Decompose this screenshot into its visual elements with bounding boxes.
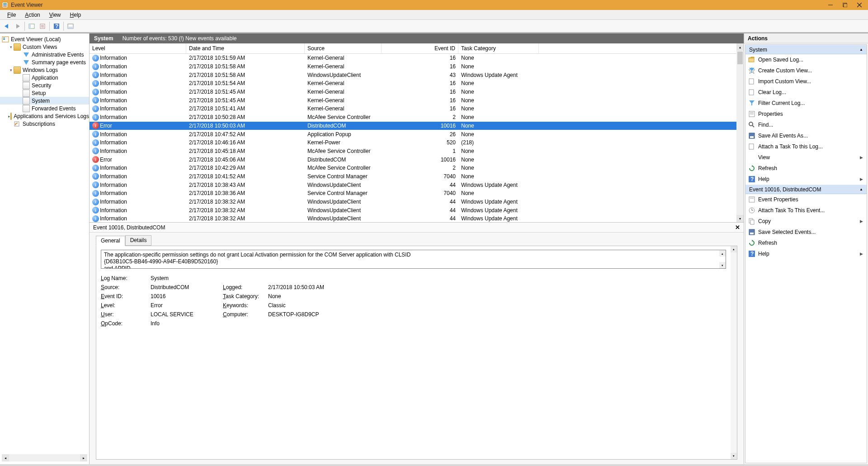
col-eventid[interactable]: Event ID xyxy=(382,43,458,53)
event-row[interactable]: iInformation2/17/2018 10:51:41 AMKernel-… xyxy=(90,105,736,113)
tree-admin-events[interactable]: Administrative Events xyxy=(0,51,89,58)
collapse-icon[interactable]: ▲ xyxy=(859,187,863,191)
cell-eventid: 16 xyxy=(382,80,458,86)
scroll-down-icon[interactable]: ▾ xyxy=(736,215,744,222)
minimize-button[interactable] xyxy=(827,2,834,8)
tree-customviews[interactable]: ▾ Custom Views xyxy=(0,43,89,51)
menu-action[interactable]: Action xyxy=(20,12,44,18)
action-create-custom-view[interactable]: Create Custom View... xyxy=(745,65,867,76)
scroll-thumb[interactable] xyxy=(737,52,743,64)
menu-help[interactable]: Help xyxy=(66,12,86,18)
scroll-up-icon[interactable]: ▴ xyxy=(719,250,726,257)
action-refresh[interactable]: Refresh xyxy=(745,238,867,248)
action-save-selected-events[interactable]: Save Selected Events... xyxy=(745,227,867,238)
event-row[interactable]: iInformation2/17/2018 10:51:58 AMKernel-… xyxy=(90,62,736,71)
col-source[interactable]: Source xyxy=(305,43,382,53)
action-open-saved-log[interactable]: Open Saved Log... xyxy=(745,54,867,65)
scroll-right-icon[interactable]: ▸ xyxy=(80,454,87,461)
action-import-custom-view[interactable]: Import Custom View... xyxy=(745,76,867,87)
events-vscrollbar[interactable]: ▴ ▾ xyxy=(736,43,744,222)
event-row[interactable]: iInformation2/17/2018 10:51:45 AMKernel-… xyxy=(90,88,736,96)
action-attach-task-to-this-event[interactable]: Attach Task To This Event... xyxy=(745,205,867,216)
scroll-up-icon[interactable]: ▴ xyxy=(731,246,737,252)
event-row[interactable]: iInformation2/17/2018 10:38:32 AMWindows… xyxy=(90,198,736,206)
event-row[interactable]: iInformation2/17/2018 10:38:32 AMWindows… xyxy=(90,206,736,214)
menu-file[interactable]: File xyxy=(3,12,20,18)
events-grid[interactable]: Level Date and Time Source Event ID Task… xyxy=(90,43,736,222)
event-row[interactable]: iInformation2/17/2018 10:45:18 AMMcAfee … xyxy=(90,147,736,156)
help-button[interactable]: ? xyxy=(52,21,61,31)
event-row[interactable]: iInformation2/17/2018 10:42:29 AMMcAfee … xyxy=(90,164,736,172)
event-row[interactable]: iInformation2/17/2018 10:38:32 AMWindows… xyxy=(90,214,736,222)
detail-close-button[interactable]: ✕ xyxy=(735,224,740,231)
nav-back-button[interactable] xyxy=(2,21,12,31)
action-event-properties[interactable]: Event Properties xyxy=(745,194,867,205)
maximize-button[interactable] xyxy=(842,2,848,8)
tree-summary-events[interactable]: Summary page events xyxy=(0,58,89,66)
event-row[interactable]: iInformation2/17/2018 10:50:28 AMMcAfee … xyxy=(90,113,736,122)
col-task[interactable]: Task Category xyxy=(458,43,539,53)
collapse-icon[interactable]: ▲ xyxy=(859,48,863,52)
message-scroll[interactable]: ▴▾ xyxy=(719,250,726,268)
event-row[interactable]: iInformation2/17/2018 10:51:45 AMKernel-… xyxy=(90,96,736,105)
tree-setup[interactable]: Setup xyxy=(0,89,89,97)
tree-subscriptions[interactable]: Subscriptions xyxy=(0,120,89,128)
tab-general[interactable]: General xyxy=(96,236,125,246)
tree-forwarded[interactable]: Forwarded Events xyxy=(0,105,89,112)
scroll-up-icon[interactable]: ▴ xyxy=(736,43,744,51)
event-row[interactable]: !Error2/17/2018 10:50:03 AMDistributedCO… xyxy=(90,122,736,130)
event-row[interactable]: !Error2/17/2018 10:45:06 AMDistributedCO… xyxy=(90,155,736,164)
action-attach-a-task-to-this-log[interactable]: Attach a Task To this Log... xyxy=(745,141,867,152)
cell-date: 2/17/2018 10:38:36 AM xyxy=(186,190,305,196)
event-row[interactable]: iInformation2/17/2018 10:51:59 AMKernel-… xyxy=(90,54,736,62)
tree-system[interactable]: System xyxy=(0,97,89,105)
scroll-down-icon[interactable]: ▾ xyxy=(731,453,737,459)
event-row[interactable]: iInformation2/17/2018 10:46:16 AMKernel-… xyxy=(90,138,736,147)
action-view[interactable]: View▶ xyxy=(745,152,867,163)
col-date[interactable]: Date and Time xyxy=(186,43,305,53)
tree-root[interactable]: Event Viewer (Local) xyxy=(0,35,89,43)
action-filter-current-log[interactable]: Filter Current Log... xyxy=(745,98,867,109)
cell-level: Information xyxy=(100,89,127,95)
event-row[interactable]: iInformation2/17/2018 10:47:52 AMApplica… xyxy=(90,130,736,138)
action-help[interactable]: ?Help▶ xyxy=(745,174,867,185)
export-list-button[interactable] xyxy=(38,21,47,31)
scroll-down-icon[interactable]: ▾ xyxy=(719,262,726,268)
tree-windows-logs[interactable]: ▾ Windows Logs xyxy=(0,66,89,74)
action-find[interactable]: Find... xyxy=(745,119,867,130)
actions-group-event[interactable]: Event 10016, DistributedCOM ▲ xyxy=(745,185,867,194)
actions-group-system[interactable]: System ▲ xyxy=(745,45,867,54)
navigation-tree[interactable]: Event Viewer (Local) ▾ Custom Views Admi… xyxy=(0,33,89,129)
action-properties[interactable]: Properties xyxy=(745,109,867,119)
action-clear-log[interactable]: Clear Log... xyxy=(745,87,867,98)
action-refresh[interactable]: Refresh xyxy=(745,163,867,174)
scroll-left-icon[interactable]: ◂ xyxy=(2,454,9,461)
event-row[interactable]: iInformation2/17/2018 10:51:58 AMWindows… xyxy=(90,71,736,79)
collapse-icon[interactable]: ▾ xyxy=(8,68,14,72)
lbl-source: Source: xyxy=(101,284,151,290)
detail-message[interactable]: The application-specific permission sett… xyxy=(101,250,726,269)
collapse-icon[interactable]: ▾ xyxy=(8,45,14,49)
event-row[interactable]: iInformation2/17/2018 10:51:54 AMKernel-… xyxy=(90,79,736,88)
show-hide-tree-button[interactable] xyxy=(27,21,37,31)
event-row[interactable]: iInformation2/17/2018 10:41:52 AMService… xyxy=(90,172,736,181)
action-save-all-events-as[interactable]: Save All Events As... xyxy=(745,130,867,141)
detail-content: The application-specific permission sett… xyxy=(96,246,737,460)
col-level[interactable]: Level xyxy=(90,43,186,53)
cell-source: WindowsUpdateClient xyxy=(305,215,382,222)
event-row[interactable]: iInformation2/17/2018 10:38:36 AMService… xyxy=(90,189,736,198)
tree-security[interactable]: Security xyxy=(0,81,89,89)
tree-application[interactable]: Application xyxy=(0,74,89,81)
tree-hscrollbar[interactable]: ◂ ▸ xyxy=(2,454,87,461)
nav-forward-button[interactable] xyxy=(13,21,23,31)
menu-view[interactable]: View xyxy=(45,12,66,18)
submenu-icon: ▶ xyxy=(860,155,863,160)
tab-details[interactable]: Details xyxy=(125,235,152,246)
show-hide-preview-button[interactable] xyxy=(66,21,75,31)
detail-vscrollbar[interactable]: ▴ ▾ xyxy=(731,246,737,459)
event-row[interactable]: iInformation2/17/2018 10:38:43 AMWindows… xyxy=(90,181,736,189)
close-button[interactable] xyxy=(856,2,863,8)
action-help[interactable]: ?Help▶ xyxy=(745,248,867,259)
tree-apps-services[interactable]: ▸ Applications and Services Logs xyxy=(0,112,89,120)
action-copy[interactable]: Copy▶ xyxy=(745,216,867,227)
